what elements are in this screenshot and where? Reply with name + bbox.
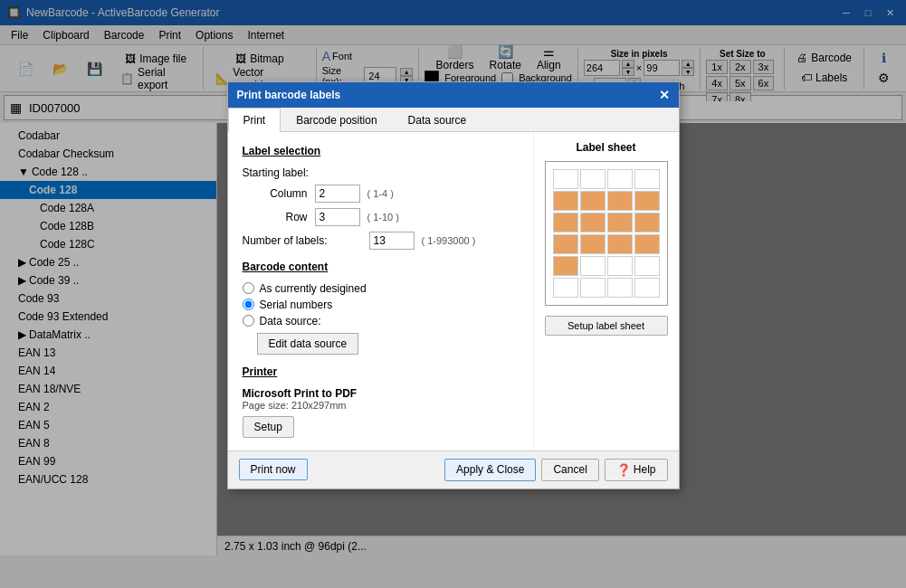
num-labels-row: Number of labels: ( 1-993000 )	[243, 232, 519, 250]
column-input[interactable]	[315, 185, 360, 203]
label-cell	[553, 256, 578, 276]
label-grid-table	[551, 167, 662, 299]
label-cell	[580, 169, 606, 189]
row-label: Row	[261, 211, 315, 223]
label-selection-header: Label selection	[243, 145, 519, 157]
label-cell	[634, 191, 660, 211]
row-range: ( 1-10 )	[367, 212, 399, 223]
label-cell	[634, 213, 660, 232]
column-row: Column ( 1-4 )	[261, 185, 519, 203]
footer-right: Apply & Close Cancel ❓ Help	[444, 459, 667, 481]
label-cell	[607, 191, 633, 211]
label-cell	[607, 278, 633, 298]
label-cell	[580, 213, 606, 232]
datasource-radio[interactable]	[243, 315, 254, 327]
help-button[interactable]: ❓ Help	[605, 459, 668, 481]
label-sheet-panel: Label sheet Setup label sheet	[533, 132, 679, 450]
printer-page-size: Page size: 210x297mm	[243, 400, 519, 411]
barcode-content-header: Barcode content	[243, 261, 519, 273]
num-labels-input[interactable]	[369, 232, 415, 250]
printer-section: Printer Microsoft Print to PDF Page size…	[243, 365, 519, 438]
label-selection-section: Label selection Starting label: Column (…	[243, 145, 519, 250]
as-designed-radio[interactable]	[243, 282, 254, 294]
tab-data-source[interactable]: Data source	[393, 108, 482, 132]
label-sheet-title: Label sheet	[545, 141, 668, 154]
barcode-content-section: Barcode content As currently desigined S…	[243, 261, 519, 355]
label-cell	[607, 234, 633, 254]
as-designed-label: As currently desigined	[260, 282, 367, 295]
dialog-title: Print barcode labels	[237, 89, 341, 101]
num-labels-range: ( 1-993000 )	[422, 235, 476, 246]
print-now-button[interactable]: Print now	[239, 459, 308, 480]
serial-row: Serial numbers	[243, 299, 519, 311]
column-range: ( 1-4 )	[367, 188, 394, 199]
printer-header: Printer	[243, 365, 519, 378]
dialog-main: Label selection Starting label: Column (…	[228, 132, 533, 450]
label-cell	[607, 256, 633, 276]
help-icon: ❓	[616, 463, 631, 477]
label-cell	[580, 256, 606, 276]
tab-barcode-position[interactable]: Barcode position	[281, 108, 392, 132]
label-cell	[580, 278, 606, 298]
footer-left: Print now	[239, 459, 308, 480]
datasource-label: Data source:	[260, 315, 321, 327]
serial-label: Serial numbers	[260, 299, 333, 311]
column-label: Column	[261, 187, 315, 200]
label-cell	[607, 169, 633, 189]
tab-print[interactable]: Print	[228, 108, 281, 132]
printer-name: Microsoft Print to PDF	[243, 387, 519, 400]
label-cell	[553, 213, 578, 232]
dialog-content: Label selection Starting label: Column (…	[228, 132, 679, 450]
starting-label-label: Starting label:	[243, 166, 369, 179]
label-cell	[634, 234, 660, 254]
setup-printer-button[interactable]: Setup	[243, 416, 294, 438]
datasource-row: Data source:	[243, 315, 519, 327]
label-cell	[634, 256, 660, 276]
starting-label-row: Starting label:	[243, 166, 519, 179]
label-cell	[580, 234, 606, 254]
setup-label-sheet-button[interactable]: Setup label sheet	[545, 316, 668, 336]
dialog-close-button[interactable]: ✕	[659, 88, 670, 102]
label-cell	[553, 234, 578, 254]
label-cell	[580, 191, 606, 211]
serial-radio[interactable]	[243, 299, 254, 310]
label-cell	[607, 213, 633, 232]
apply-close-button[interactable]: Apply & Close	[444, 459, 536, 481]
num-labels-label: Number of labels:	[243, 234, 369, 247]
label-cell	[553, 191, 578, 211]
print-dialog: Print barcode labels ✕ Print Barcode pos…	[227, 81, 680, 489]
label-cell	[634, 278, 660, 298]
cancel-button[interactable]: Cancel	[541, 459, 598, 481]
row-form-row: Row ( 1-10 )	[261, 208, 519, 226]
edit-datasource-button[interactable]: Edit data source	[257, 333, 359, 355]
dialog-tabs: Print Barcode position Data source	[228, 108, 679, 132]
label-sheet-grid	[545, 161, 668, 306]
dialog-titlebar: Print barcode labels ✕	[228, 82, 679, 108]
as-designed-row: As currently desigined	[243, 282, 519, 295]
dialog-footer: Print now Apply & Close Cancel ❓ Help	[228, 450, 679, 488]
row-input[interactable]	[315, 208, 360, 226]
label-cell	[553, 278, 578, 298]
dialog-overlay: Print barcode labels ✕ Print Barcode pos…	[0, 0, 906, 588]
label-cell	[553, 169, 578, 189]
label-cell	[634, 169, 660, 189]
